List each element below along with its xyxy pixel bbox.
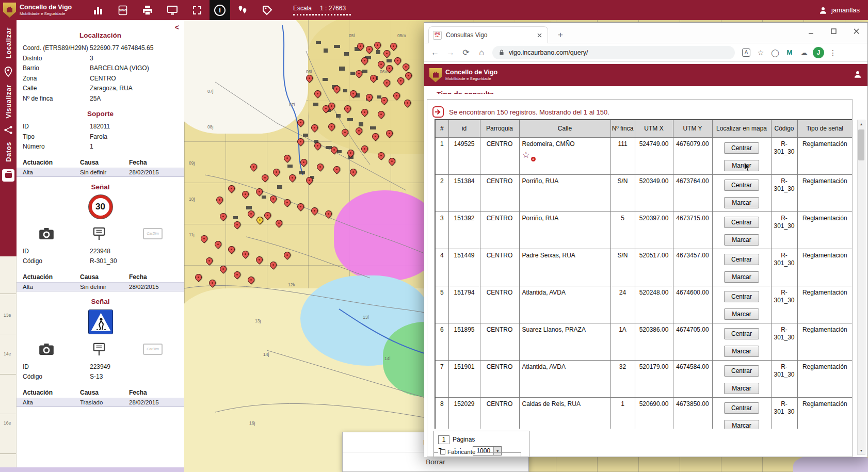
results-table-head: #idParroquiaCalleNº fincaUTM XUTM YLocal… xyxy=(435,120,852,137)
chart-tool-button[interactable] xyxy=(86,0,110,20)
sign-panel-icon[interactable] xyxy=(92,227,106,240)
address-bar[interactable]: vigo.incaurbano.com/query/ xyxy=(492,46,735,59)
sidebar-item-visualizar[interactable]: Visualizar xyxy=(5,85,12,118)
extension-m-icon[interactable]: M xyxy=(782,45,797,60)
marcar-button[interactable]: Marcar xyxy=(724,308,759,320)
centrar-button[interactable]: Centrar xyxy=(724,254,759,265)
field-row: CalleZaragoza, RUA xyxy=(17,84,184,94)
reload-button[interactable]: ⟳ xyxy=(458,45,474,60)
grid-label: 07l xyxy=(289,102,295,107)
table-cell: CENTRO xyxy=(480,137,519,174)
table-cell: 151901 xyxy=(448,360,480,397)
marcar-button[interactable]: Marcar xyxy=(724,234,759,246)
browser-tab[interactable]: IPS VIAL Consultas Vigo xyxy=(428,26,548,43)
table-cell: 5 xyxy=(610,211,635,249)
close-button[interactable] xyxy=(845,23,867,39)
table-cell: 1 xyxy=(610,397,635,429)
user-menu[interactable]: jamarillas xyxy=(818,6,868,15)
monitor-view-button[interactable] xyxy=(160,0,185,20)
marcar-button[interactable]: Marcar xyxy=(724,383,759,394)
translate-icon[interactable]: A xyxy=(739,45,753,60)
tab-close-icon[interactable] xyxy=(535,31,543,39)
vigo-coat-of-arms-icon xyxy=(3,3,16,18)
page-number-input[interactable] xyxy=(438,435,449,444)
tag-tool-button[interactable] xyxy=(255,0,280,20)
table-cell: 4673457.00 xyxy=(673,249,712,286)
centrar-button[interactable]: Centrar xyxy=(724,328,759,339)
table-cell: Reglamentación xyxy=(797,360,852,397)
print-button[interactable] xyxy=(135,0,160,20)
table-cell: S/N xyxy=(610,174,635,211)
marcar-button[interactable]: Marcar xyxy=(724,346,759,357)
scroll-down-icon[interactable]: ▼ xyxy=(858,447,865,454)
scroll-up-icon[interactable]: ▲ xyxy=(858,120,865,128)
page-header: Concello de Vigo Mobilidade e Seguridade xyxy=(424,64,867,86)
marcar-button[interactable]: Marcar xyxy=(724,271,759,283)
centrar-button[interactable]: Centrar xyxy=(724,180,759,191)
panel-collapse-button[interactable]: < xyxy=(175,23,179,31)
new-tab-button[interactable]: + xyxy=(554,29,567,41)
results-table-body: 1149525CENTRORedomeira, CMÑO☆+111524749.… xyxy=(435,137,852,429)
sidebar-item-datos[interactable]: Datos xyxy=(5,142,12,162)
results-panel: Se encontraron 150 registros. Mostrando … xyxy=(427,99,853,457)
maximize-button[interactable] xyxy=(822,23,845,39)
bookmark-star-icon[interactable]: ☆ xyxy=(753,45,768,60)
sidebar-item-localizar[interactable]: Localizar xyxy=(5,27,12,59)
senal-2-fields: ID223949CódigoS-13 xyxy=(17,362,184,382)
centrar-button[interactable]: Centrar xyxy=(724,291,759,302)
grid-label: 06l xyxy=(306,69,312,74)
home-button[interactable]: ⌂ xyxy=(474,45,489,60)
sign-panel-icon[interactable] xyxy=(92,343,106,356)
browser-menu-icon[interactable]: ⋮ xyxy=(826,45,840,60)
fabricante-checkbox[interactable] xyxy=(440,449,445,454)
camera-icon[interactable] xyxy=(38,343,55,355)
table-row: 7151901CENTROAtlantida, AVDA32520179.004… xyxy=(435,360,852,397)
favorite-star-icon[interactable]: ☆+ xyxy=(522,151,535,161)
grid-label: 14e xyxy=(4,351,11,356)
table-cell: 4674584.00 xyxy=(673,360,712,397)
marcar-button[interactable]: Marcar xyxy=(724,197,759,208)
location-pin-icon[interactable] xyxy=(4,66,13,77)
dwg-export-button[interactable]: DWG xyxy=(110,0,135,20)
url-text: vigo.incaurbano.com/query/ xyxy=(509,49,588,56)
marcar-button[interactable]: Marcar xyxy=(724,420,759,429)
marcar-button[interactable]: Marcar xyxy=(724,160,759,171)
window-controls xyxy=(799,23,867,39)
page-user-icon[interactable] xyxy=(853,70,862,81)
profile-avatar[interactable]: J xyxy=(811,45,826,60)
tab-title: Consultas Vigo xyxy=(446,31,535,39)
table-cell: 520517.00 xyxy=(635,249,673,286)
calle-cell: Suarez Llanos, PRAZA xyxy=(519,323,610,360)
table-cell: 524749.00 xyxy=(635,137,673,174)
share-nodes-icon[interactable] xyxy=(4,125,13,135)
centrar-button[interactable]: Centrar xyxy=(724,217,759,228)
briefcase-icon xyxy=(5,173,12,178)
table-cell: 111 xyxy=(610,137,635,174)
table-cell: 24 xyxy=(610,286,635,323)
scrollbar-thumb[interactable] xyxy=(858,129,864,160)
fullscreen-button[interactable] xyxy=(185,0,210,20)
localizar-cell: CentrarMarcar xyxy=(712,137,771,174)
table-cell: R-301_30 xyxy=(771,360,797,397)
info-icon: i xyxy=(214,5,226,16)
camera-icon[interactable] xyxy=(38,227,55,240)
signals-tool-button[interactable] xyxy=(230,0,255,20)
field-row: Número1 xyxy=(17,142,184,152)
vertical-scrollbar[interactable]: ▲ ▼ xyxy=(857,120,865,455)
cloud-icon[interactable]: ☁ xyxy=(797,45,811,60)
minimize-button[interactable] xyxy=(799,23,822,39)
extension-circle-icon[interactable]: ◯ xyxy=(768,45,782,60)
fabricante-label: Fabricante xyxy=(447,449,475,455)
sidebar-briefcase-button[interactable] xyxy=(2,169,14,182)
centrar-button[interactable]: Centrar xyxy=(724,142,759,154)
centrar-button[interactable]: Centrar xyxy=(724,365,759,377)
cardim-disabled-icon: CarDim xyxy=(143,344,163,355)
centrar-button[interactable]: Centrar xyxy=(724,402,759,414)
back-button[interactable]: ← xyxy=(427,45,443,60)
table-cell: 152029 xyxy=(448,397,480,429)
info-tool-button[interactable]: i xyxy=(210,0,230,20)
table-cell: 4674600.00 xyxy=(673,286,712,323)
browser-tabstrip: IPS VIAL Consultas Vigo + xyxy=(424,23,867,43)
forward-button[interactable]: → xyxy=(443,45,458,60)
table-cell: Reglamentación xyxy=(797,249,852,286)
